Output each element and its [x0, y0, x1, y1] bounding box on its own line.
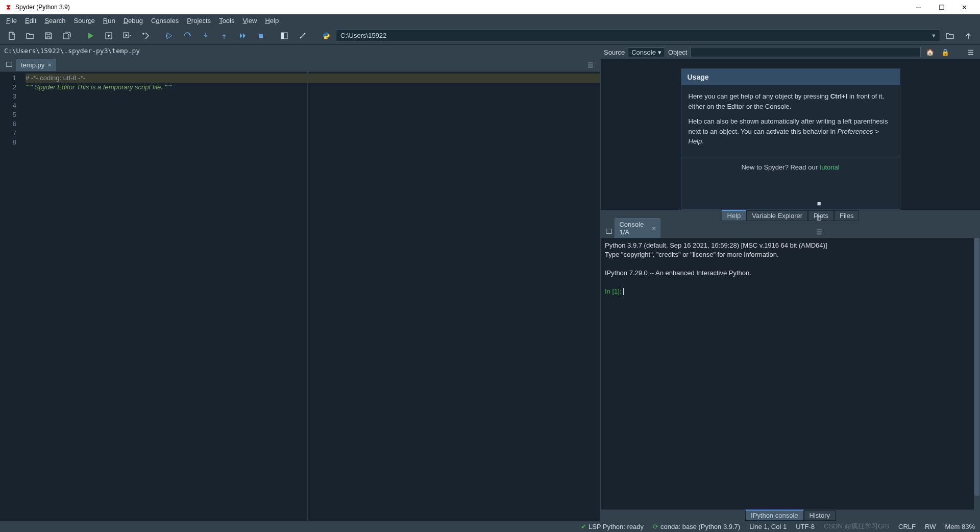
maximize-button[interactable]: ☐: [930, 0, 953, 14]
help-options-icon[interactable]: ☰: [965, 46, 977, 58]
browse-consoles-icon[interactable]: [603, 225, 615, 238]
usage-title: Usage: [681, 69, 900, 85]
editor-tabs: temp.py ✕ ☰: [0, 56, 600, 71]
debug-step-out-button[interactable]: [215, 29, 233, 43]
help-source-label: Source: [604, 49, 625, 56]
help-object-label: Object: [668, 49, 688, 56]
menu-debug[interactable]: Debug: [119, 16, 147, 26]
help-object-input[interactable]: [690, 47, 921, 57]
remove-console-button[interactable]: 🗑: [813, 211, 826, 224]
usage-box: Usage Here you can get help of any objec…: [681, 68, 900, 210]
interrupt-kernel-button[interactable]: ■: [813, 197, 826, 209]
usage-footer: New to Spyder? Read our tutorial: [681, 158, 900, 176]
new-file-button[interactable]: [3, 29, 20, 43]
console-cursor: [623, 288, 624, 295]
svg-rect-5: [281, 33, 284, 39]
status-bar: ✔LSP Python: ready ⟳conda: base (Python …: [0, 521, 980, 532]
tab-history[interactable]: History: [804, 510, 836, 521]
code-line-1: # -*- coding: utf-8 -*-: [26, 74, 85, 82]
usage-p1: Here you can get help of any object by p…: [689, 91, 893, 111]
svg-rect-2: [166, 35, 167, 37]
tutorial-link[interactable]: tutorial: [820, 163, 840, 171]
debug-step-over-button[interactable]: [179, 29, 196, 43]
browse-dir-button[interactable]: [941, 29, 959, 43]
menu-search[interactable]: Search: [40, 16, 69, 26]
help-source-select[interactable]: Console▾: [628, 47, 665, 57]
tab-ipython-console[interactable]: IPython console: [745, 510, 804, 521]
status-mem: Mem 83%: [945, 523, 975, 530]
code-area[interactable]: # -*- coding: utf-8 -*- """ Spyder Edito…: [21, 71, 600, 521]
window-titlebar: ⧗ Spyder (Python 3.9) ─ ☐ ✕: [0, 0, 980, 14]
code-line-2: """: [26, 83, 33, 91]
code-line-3: Spyder Editor: [34, 83, 75, 91]
chevron-down-icon: ▾: [929, 32, 936, 39]
code-line-6: """: [165, 83, 172, 91]
chevron-down-icon: ▾: [658, 49, 662, 56]
menu-projects[interactable]: Projects: [183, 16, 215, 26]
menu-file[interactable]: File: [2, 16, 21, 26]
main-toolbar: C:\Users\15922 ▾: [0, 27, 980, 45]
preferences-button[interactable]: [294, 29, 311, 43]
run-cell-button[interactable]: [100, 29, 117, 43]
svg-rect-6: [7, 62, 12, 67]
status-eol: CRLF: [898, 523, 916, 530]
debug-step-into-button[interactable]: [197, 29, 214, 43]
scrollbar-thumb[interactable]: [974, 238, 979, 496]
editor-tab-temp[interactable]: temp.py ✕: [16, 59, 56, 71]
debug-button[interactable]: [160, 29, 178, 43]
lower-pane-tabs: IPython console History: [601, 510, 980, 521]
help-body: Usage Here you can get help of any objec…: [601, 59, 980, 210]
menu-run[interactable]: Run: [99, 16, 119, 26]
python-path-icon[interactable]: [317, 29, 335, 43]
menu-help[interactable]: Help: [261, 16, 283, 26]
save-all-button[interactable]: [58, 29, 76, 43]
working-directory-text: C:\Users\15922: [340, 32, 386, 39]
close-tab-icon[interactable]: ✕: [47, 62, 52, 68]
maximize-pane-button[interactable]: [276, 29, 293, 43]
menu-consoles[interactable]: Consoles: [147, 16, 183, 26]
watermark: CSDN @疯狂学习GIS: [824, 522, 889, 531]
usage-p2: Help can also be shown automatically aft…: [689, 116, 893, 147]
minimize-button[interactable]: ─: [907, 0, 930, 14]
status-conda: ⟳conda: base (Python 3.9.7): [653, 523, 740, 530]
debug-stop-button[interactable]: [252, 29, 270, 43]
lock-icon[interactable]: 🔒: [939, 46, 951, 58]
window-title: Spyder (Python 3.9): [15, 4, 907, 11]
save-button[interactable]: [40, 29, 57, 43]
home-icon[interactable]: 🏠: [924, 46, 936, 58]
status-rw: RW: [925, 523, 936, 530]
ipython-console[interactable]: Python 3.9.7 (default, Sep 16 2021, 16:5…: [601, 238, 980, 510]
menu-source[interactable]: Source: [70, 16, 99, 26]
spyder-logo-icon: ⧗: [4, 3, 12, 11]
menu-view[interactable]: View: [238, 16, 261, 26]
editor-tab-label: temp.py: [21, 61, 44, 69]
menu-tools[interactable]: Tools: [215, 16, 238, 26]
code-editor[interactable]: 12345678 # -*- coding: utf-8 -*- """ Spy…: [0, 71, 600, 521]
close-console-icon[interactable]: ✕: [652, 226, 656, 231]
run-button[interactable]: [82, 29, 99, 43]
menu-edit[interactable]: Edit: [21, 16, 40, 26]
line-gutter: 12345678: [0, 71, 21, 521]
parent-dir-button[interactable]: [960, 29, 977, 43]
status-cursor: Line 1, Col 1: [749, 523, 787, 530]
console-options-icon[interactable]: ☰: [813, 226, 826, 238]
help-toolbar: Source Console▾ Object 🏠 🔒 ☰: [601, 45, 980, 59]
browse-tabs-icon[interactable]: [2, 58, 16, 71]
svg-rect-7: [606, 229, 611, 234]
open-file-button[interactable]: [21, 29, 39, 43]
run-selection-button[interactable]: [137, 29, 154, 43]
console-tab-1a[interactable]: Console 1/A ✕: [615, 218, 660, 238]
editor-file-path: C:\Users\15922\.spyder-py3\temp.py: [0, 45, 600, 56]
run-cell-advance-button[interactable]: [118, 29, 136, 43]
code-line-5: This is a temporary script file.: [77, 83, 163, 91]
console-scrollbar[interactable]: [974, 238, 980, 510]
working-directory-input[interactable]: C:\Users\15922 ▾: [336, 30, 940, 41]
close-button[interactable]: ✕: [953, 0, 976, 14]
debug-continue-button[interactable]: [234, 29, 251, 43]
console-line-3: IPython 7.29.0 -- An enhanced Interactiv…: [605, 269, 976, 278]
console-tabs: Console 1/A ✕ ■ 🗑 ☰: [601, 223, 980, 238]
status-lsp: ✔LSP Python: ready: [581, 523, 644, 530]
console-line-1: Python 3.9.7 (default, Sep 16 2021, 16:5…: [605, 241, 976, 250]
vertical-ruler: [307, 71, 308, 521]
editor-options-icon[interactable]: ☰: [583, 59, 598, 71]
